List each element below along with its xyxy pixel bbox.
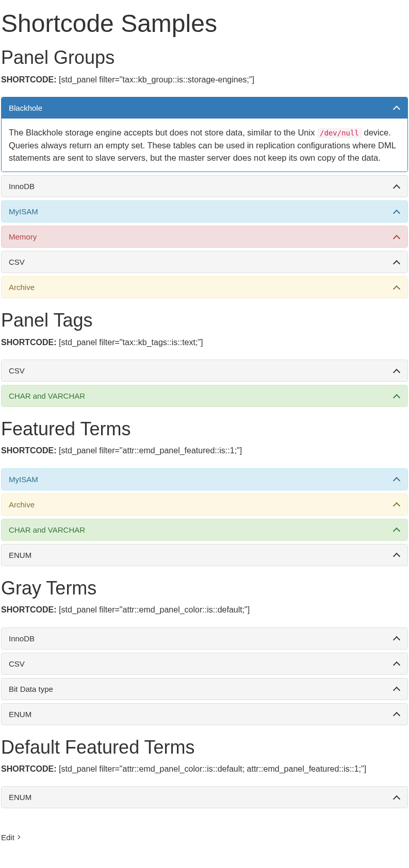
- chevron-up-icon: [393, 710, 400, 718]
- shortcode-line: SHORTCODE: [std_panel filter="attr::emd_…: [1, 445, 408, 456]
- panel-group: CSVCHAR and VARCHAR: [1, 360, 408, 407]
- panel-header[interactable]: CSV: [2, 251, 407, 273]
- shortcode-value: [std_panel filter="attr::emd_panel_featu…: [57, 446, 242, 455]
- panel-title: MyISAM: [9, 206, 38, 217]
- shortcode-label: SHORTCODE:: [1, 75, 57, 84]
- panel-header[interactable]: Archive: [2, 494, 407, 515]
- chevron-up-icon: [393, 183, 400, 190]
- shortcode-line: SHORTCODE: [std_panel filter="tax::kb_ta…: [1, 337, 408, 348]
- code-inline: /dev/null: [317, 128, 362, 138]
- panel-body-text: The Blackhole storage engine accepts but…: [9, 128, 317, 137]
- panel-title: CSV: [9, 365, 25, 376]
- chevron-up-icon: [393, 526, 400, 533]
- panel: Bit Data type: [1, 678, 408, 700]
- panel: BlackholeThe Blackhole storage engine ac…: [1, 97, 408, 172]
- panel: CHAR and VARCHAR: [1, 385, 408, 407]
- panel-header[interactable]: Memory: [2, 226, 407, 247]
- section-title: Panel Tags: [1, 308, 408, 333]
- chevron-up-icon: [393, 284, 400, 291]
- panel-group: MyISAMArchiveCHAR and VARCHARENUM: [1, 468, 408, 566]
- panel-title: CHAR and VARCHAR: [9, 390, 85, 401]
- chevron-up-icon: [393, 233, 400, 241]
- panel: InnoDB: [1, 175, 408, 197]
- section-title: Gray Terms: [1, 575, 408, 601]
- section-title: Default Featured Terms: [1, 735, 408, 760]
- chevron-up-icon: [393, 660, 400, 667]
- panel-title: CSV: [9, 658, 25, 669]
- chevron-up-icon: [393, 551, 400, 558]
- panel: MyISAM: [1, 200, 408, 223]
- panel-header[interactable]: CSV: [2, 653, 407, 674]
- panel-header[interactable]: CSV: [2, 360, 407, 381]
- panel: CSV: [1, 653, 408, 675]
- panel-header[interactable]: InnoDB: [2, 628, 407, 649]
- panel: CSV: [1, 360, 408, 382]
- panel-header[interactable]: MyISAM: [2, 201, 407, 222]
- section-title: Featured Terms: [1, 416, 408, 442]
- panel-title: CSV: [9, 257, 25, 267]
- shortcode-label: SHORTCODE:: [1, 764, 57, 773]
- chevron-up-icon: [393, 259, 400, 266]
- section-title: Panel Groups: [1, 45, 408, 71]
- shortcode-line: SHORTCODE: [std_panel filter="attr::emd_…: [1, 763, 408, 775]
- page-title: Shortcode Samples: [1, 6, 408, 41]
- chevron-up-icon: [393, 367, 400, 375]
- panel-header[interactable]: Bit Data type: [2, 678, 407, 700]
- shortcode-label: SHORTCODE:: [1, 338, 57, 347]
- shortcode-line: SHORTCODE: [std_panel filter="attr::emd_…: [1, 604, 408, 616]
- chevron-up-icon: [393, 794, 400, 801]
- panel-title: MyISAM: [9, 474, 38, 485]
- chevron-up-icon: [393, 208, 400, 215]
- panel-group: BlackholeThe Blackhole storage engine ac…: [1, 97, 408, 298]
- panel-group: InnoDBCSVBit Data typeENUM: [1, 627, 408, 725]
- panel-header[interactable]: InnoDB: [2, 176, 407, 197]
- panel-title: Bit Data type: [9, 684, 53, 694]
- chevron-up-icon: [393, 635, 400, 642]
- panel-title: CHAR and VARCHAR: [9, 524, 85, 535]
- panel-header[interactable]: MyISAM: [2, 469, 407, 490]
- panel: MyISAM: [1, 468, 408, 490]
- panel-header[interactable]: Blackhole: [2, 97, 407, 118]
- panel-body: The Blackhole storage engine accepts but…: [2, 118, 407, 172]
- chevron-up-icon: [393, 501, 400, 508]
- panel-title: ENUM: [9, 792, 31, 803]
- panel-header[interactable]: Archive: [2, 277, 407, 298]
- panel-title: Memory: [9, 231, 37, 242]
- chevron-right-icon: [16, 835, 20, 839]
- shortcode-value: [std_panel filter="tax::kb_tags::is::tex…: [57, 338, 203, 347]
- shortcode-line: SHORTCODE: [std_panel filter="tax::kb_gr…: [1, 74, 408, 86]
- panel-header[interactable]: CHAR and VARCHAR: [2, 519, 407, 540]
- shortcode-value: [std_panel filter="attr::emd_panel_color…: [57, 764, 367, 773]
- panel-header[interactable]: ENUM: [2, 787, 407, 808]
- panel: CHAR and VARCHAR: [1, 519, 408, 541]
- chevron-up-icon: [393, 685, 400, 692]
- panel-header[interactable]: CHAR and VARCHAR: [2, 385, 407, 406]
- panel: ENUM: [1, 786, 408, 808]
- panel: ENUM: [1, 544, 408, 566]
- panel-title: ENUM: [9, 709, 31, 720]
- panel: Archive: [1, 276, 408, 298]
- panel-title: InnoDB: [9, 633, 35, 644]
- chevron-up-icon: [393, 104, 400, 111]
- panel-header[interactable]: ENUM: [2, 544, 407, 566]
- chevron-up-icon: [393, 475, 400, 483]
- panel-group: ENUM: [1, 786, 408, 808]
- shortcode-label: SHORTCODE:: [1, 446, 57, 455]
- shortcode-value: [std_panel filter="tax::kb_group::is::st…: [57, 75, 255, 84]
- edit-link[interactable]: Edit: [1, 832, 20, 843]
- panel-title: Blackhole: [9, 103, 42, 113]
- shortcode-value: [std_panel filter="attr::emd_panel_color…: [57, 605, 250, 614]
- edit-link-label: Edit: [1, 832, 14, 843]
- shortcode-label: SHORTCODE:: [1, 605, 57, 614]
- panel: InnoDB: [1, 627, 408, 650]
- panel-title: ENUM: [9, 550, 31, 560]
- panel: ENUM: [1, 703, 408, 725]
- panel-title: Archive: [9, 499, 35, 510]
- panel-header[interactable]: ENUM: [2, 704, 407, 725]
- panel: Memory: [1, 226, 408, 248]
- panel: Archive: [1, 493, 408, 516]
- panel: CSV: [1, 251, 408, 273]
- panel-title: InnoDB: [9, 181, 35, 192]
- chevron-up-icon: [393, 393, 400, 400]
- panel-title: Archive: [9, 282, 35, 293]
